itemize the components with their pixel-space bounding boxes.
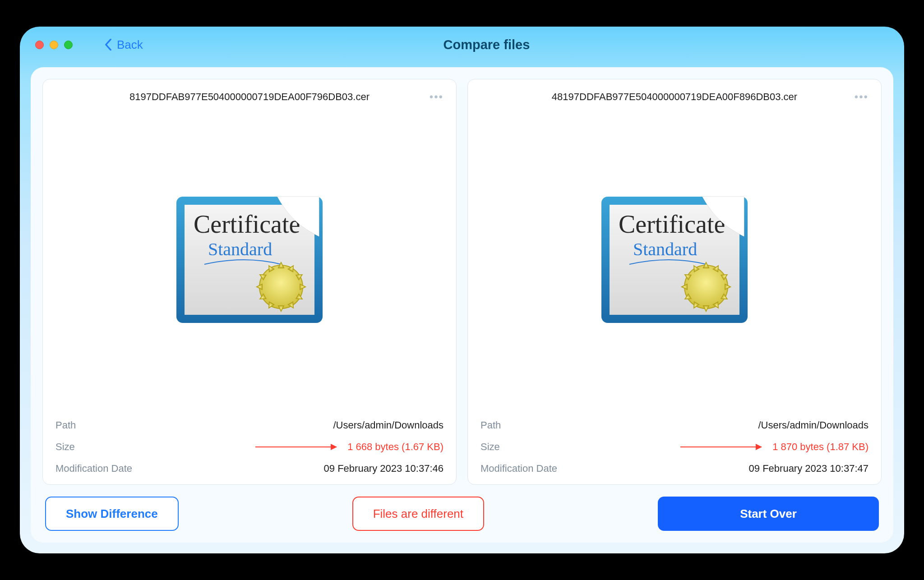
meta-label: Path — [55, 419, 76, 431]
file-card-left: 8197DDFAB977E504000000719DEA00F796DB03.c… — [42, 79, 457, 485]
meta-value: 1 668 bytes (1.67 KB) — [347, 441, 444, 453]
diff-arrow-icon — [255, 447, 337, 447]
back-button[interactable]: Back — [104, 38, 143, 52]
start-over-button[interactable]: Start Over — [658, 497, 879, 531]
meta-row-moddate: Modification Date 09 February 2023 10:37… — [480, 463, 869, 474]
meta-value: 1 870 bytes (1.87 KB) — [772, 441, 869, 453]
close-window-button[interactable] — [35, 41, 44, 49]
meta-value: /Users/admin/Downloads — [758, 419, 869, 431]
certificate-icon: Certificate Standard — [173, 188, 326, 327]
svg-text:Standard: Standard — [633, 239, 697, 259]
minimize-window-button[interactable] — [50, 41, 58, 49]
zoom-window-button[interactable] — [64, 41, 73, 49]
chevron-left-icon — [104, 39, 112, 51]
svg-text:Certificate: Certificate — [194, 210, 300, 238]
meta-label: Size — [55, 441, 83, 453]
meta-row-size: Size 1 870 bytes (1.87 KB) — [480, 441, 869, 453]
more-menu-left[interactable]: ••• — [430, 91, 444, 103]
file-card-right: 48197DDFAB977E504000000719DEA00F896DB03.… — [467, 79, 882, 485]
meta-row-moddate: Modification Date 09 February 2023 10:37… — [55, 463, 444, 474]
svg-text:Certificate: Certificate — [619, 210, 725, 238]
compare-status-badge: Files are different — [352, 497, 484, 531]
meta-row-size: Size 1 668 bytes (1.67 KB) — [55, 441, 444, 453]
meta-label: Modification Date — [55, 463, 132, 474]
app-window: Back Compare files 8197DDFAB977E50400000… — [20, 27, 904, 553]
file-meta-left: Path /Users/admin/Downloads Size 1 668 b… — [55, 419, 444, 474]
meta-label: Size — [480, 441, 508, 453]
file-icon-zone-left: Certificate Standard — [55, 105, 444, 410]
diff-arrow-icon — [680, 447, 762, 447]
meta-value: 09 February 2023 10:37:47 — [749, 463, 869, 474]
svg-point-9 — [684, 265, 728, 308]
more-menu-right[interactable]: ••• — [855, 91, 869, 103]
show-difference-button[interactable]: Show Difference — [45, 497, 179, 531]
back-label: Back — [117, 38, 143, 52]
svg-text:Standard: Standard — [208, 239, 272, 259]
meta-row-path: Path /Users/admin/Downloads — [55, 419, 444, 431]
file-name-right: 48197DDFAB977E504000000719DEA00F896DB03.… — [552, 91, 797, 103]
actions-bar: Show Difference Files are different Star… — [42, 497, 882, 531]
file-name-left: 8197DDFAB977E504000000719DEA00F796DB03.c… — [129, 91, 370, 103]
certificate-icon: Certificate Standard — [598, 188, 751, 327]
meta-label: Path — [480, 419, 501, 431]
titlebar: Back Compare files — [20, 27, 904, 63]
svg-point-4 — [259, 265, 303, 308]
file-meta-right: Path /Users/admin/Downloads Size 1 870 b… — [480, 419, 869, 474]
cards-row: 8197DDFAB977E504000000719DEA00F796DB03.c… — [42, 79, 882, 485]
window-controls — [35, 41, 73, 49]
file-icon-zone-right: Certificate Standard — [480, 105, 869, 410]
meta-value: 09 February 2023 10:37:46 — [324, 463, 444, 474]
page-title: Compare files — [157, 37, 817, 52]
meta-row-path: Path /Users/admin/Downloads — [480, 419, 869, 431]
meta-value: /Users/admin/Downloads — [333, 419, 444, 431]
content-body: 8197DDFAB977E504000000719DEA00F796DB03.c… — [31, 67, 893, 543]
meta-label: Modification Date — [480, 463, 557, 474]
